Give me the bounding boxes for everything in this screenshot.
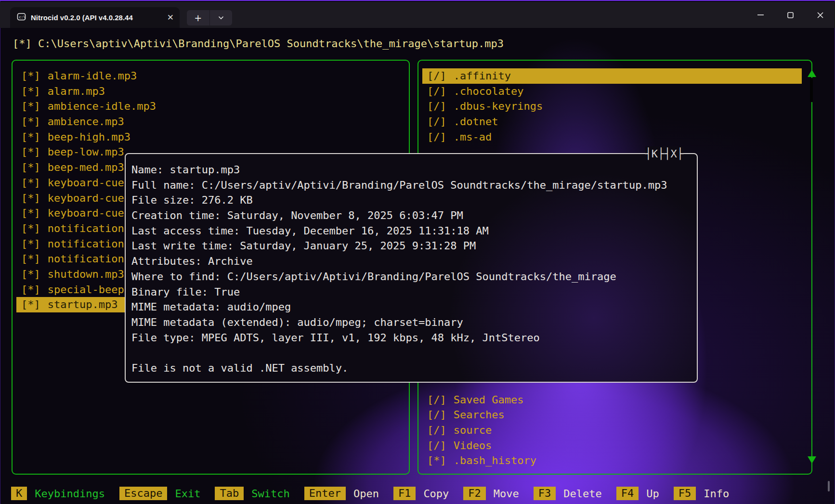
key-chip[interactable]: F4 xyxy=(616,487,639,500)
maximize-button[interactable] xyxy=(775,2,805,28)
minimize-button[interactable] xyxy=(745,2,775,28)
keybinding-label: Delete xyxy=(563,488,601,500)
dialog-keybindings-button[interactable]: ┤K├ xyxy=(645,146,665,162)
keybinding: Tab Switch xyxy=(215,487,289,500)
scroll-down-arrow-icon[interactable] xyxy=(808,456,816,464)
close-icon xyxy=(817,12,823,18)
item-name: notification xyxy=(48,236,124,252)
info-line: Creation time: Saturday, November 8, 202… xyxy=(131,208,691,223)
item-name: beep-low.mp3 xyxy=(48,144,124,160)
item-name: keyboard-cue xyxy=(48,206,124,221)
scroll-up-arrow-icon[interactable] xyxy=(808,70,816,77)
list-item[interactable]: [/] .chocolatey xyxy=(422,84,808,99)
item-type-badge: [*] xyxy=(21,267,40,282)
key-chip[interactable]: F1 xyxy=(393,487,416,500)
keybinding-label: Open xyxy=(353,488,379,500)
key-chip[interactable]: Tab xyxy=(215,487,244,500)
keybindings-bar: K Keybindings Escape Exit Tab Switch Ent… xyxy=(11,486,830,501)
keybinding: F2 Move xyxy=(463,487,519,500)
tab-dropdown-button[interactable] xyxy=(210,16,233,20)
item-name: Saved Games xyxy=(454,392,524,408)
info-line: Full name: C:/Users/aptiv/Aptivi/Brandin… xyxy=(131,178,691,193)
keybinding: F5 Info xyxy=(674,487,729,500)
dialog-close-button[interactable]: ┤X├ xyxy=(664,146,683,162)
list-item[interactable]: [*] .bash_history xyxy=(422,453,808,468)
list-item[interactable]: [/] .affinity xyxy=(422,68,802,84)
key-chip[interactable]: F3 xyxy=(534,487,556,500)
item-name: .chocolatey xyxy=(454,84,524,99)
folder-list-top: [/] .affinity [/] .chocolatey [/] .dbus-… xyxy=(418,61,811,144)
item-type-badge: [*] xyxy=(21,99,40,114)
item-name: alarm.mp3 xyxy=(48,84,105,99)
close-window-button[interactable] xyxy=(805,2,835,28)
key-chip[interactable]: K xyxy=(11,487,27,500)
keybinding-label: Info xyxy=(704,488,729,500)
scrollbar-thumb[interactable] xyxy=(810,78,813,102)
item-name: Searches xyxy=(454,407,505,423)
list-item[interactable]: [*] ambience.mp3 xyxy=(16,114,405,129)
item-type-badge: [*] xyxy=(21,206,40,221)
list-item[interactable]: [/] .ms-ad xyxy=(422,129,808,145)
list-item[interactable]: [*] ambience-idle.mp3 xyxy=(16,99,405,114)
item-name: .dotnet xyxy=(454,114,498,129)
terminal-screen: [*] C:\Users\aptiv\Aptivi\Branding\Parel… xyxy=(0,28,835,504)
item-type-badge: [*] xyxy=(21,114,40,129)
key-chip[interactable]: Escape xyxy=(119,487,167,500)
item-type-badge: [/] xyxy=(427,84,446,99)
info-line: File type: MPEG ADTS, layer III, v1, 192… xyxy=(131,330,691,346)
item-type-badge: [*] xyxy=(21,282,40,297)
item-name: .ms-ad xyxy=(454,129,492,145)
terminal-scrollbar[interactable] xyxy=(828,481,830,491)
list-item[interactable]: [/] .dotnet xyxy=(422,114,808,129)
item-name: notification xyxy=(48,221,124,236)
item-name: .bash_history xyxy=(454,453,536,468)
file-info-dialog: ┤K├ ┤X├ Name: startup.mp3 Full name: C:/… xyxy=(125,153,698,383)
item-name: beep-high.mp3 xyxy=(48,129,130,145)
folder-list-bottom: [/] Saved Games [/] Searches [/] source xyxy=(418,392,811,468)
item-type-badge: [*] xyxy=(21,297,40,312)
info-line: Where to find: C:/Users/aptiv/Aptivi/Bra… xyxy=(131,269,691,284)
tab-close-icon[interactable]: ✕ xyxy=(167,13,174,22)
keybinding: F1 Copy xyxy=(393,487,449,500)
list-item[interactable]: [*] beep-high.mp3 xyxy=(16,129,405,145)
list-item[interactable]: [/] Saved Games xyxy=(422,392,808,408)
keybinding-label: Keybindings xyxy=(35,488,105,500)
info-line: File is not a valid .NET assembly. xyxy=(131,361,691,376)
window-controls xyxy=(745,2,835,28)
info-line: File size: 276.2 KB xyxy=(131,193,691,208)
keybinding: F3 Delete xyxy=(534,487,602,500)
key-chip[interactable]: F2 xyxy=(463,487,486,500)
dialog-buttons: ┤K├ ┤X├ xyxy=(645,146,684,162)
maximize-icon xyxy=(787,12,794,18)
info-line: Last write time: Saturday, January 25, 2… xyxy=(131,238,691,254)
keybinding: F4 Up xyxy=(616,487,659,500)
item-type-badge: [*] xyxy=(21,68,40,84)
list-item[interactable]: [*] alarm.mp3 xyxy=(16,84,405,99)
info-line xyxy=(131,345,691,361)
keybinding: Enter Open xyxy=(304,487,379,500)
item-name: shutdown.mp3 xyxy=(48,267,124,282)
item-type-badge: [/] xyxy=(427,68,446,84)
list-item[interactable]: [/] source xyxy=(422,423,808,438)
list-item[interactable]: [/] .dbus-keyrings xyxy=(422,99,808,114)
item-name: .affinity xyxy=(454,68,511,84)
item-name: beep-med.mp3 xyxy=(48,160,124,175)
key-chip[interactable]: Enter xyxy=(304,487,346,500)
list-item[interactable]: [/] Searches xyxy=(422,407,808,423)
keybinding-label: Switch xyxy=(251,488,289,500)
terminal-tab[interactable]: c:\ Nitrocid v0.2.0 (API v4.0.28.44 ✕ xyxy=(10,7,180,28)
keybinding: K Keybindings xyxy=(11,487,105,500)
item-name: keyboard-cue xyxy=(48,191,124,206)
list-item[interactable]: [/] Videos xyxy=(422,438,808,453)
item-type-badge: [*] xyxy=(21,84,40,99)
new-tab-button[interactable]: + xyxy=(187,11,209,25)
item-name: .dbus-keyrings xyxy=(454,99,543,114)
item-name: startup.mp3 xyxy=(48,297,118,312)
item-type-badge: [*] xyxy=(21,251,40,267)
item-name: special-beep xyxy=(48,282,124,297)
key-chip[interactable]: F5 xyxy=(674,487,696,500)
keybinding-label: Exit xyxy=(175,488,200,500)
keybinding-label: Move xyxy=(494,488,519,500)
tab-controls: + xyxy=(187,10,232,26)
list-item[interactable]: [*] alarm-idle.mp3 xyxy=(16,68,405,84)
